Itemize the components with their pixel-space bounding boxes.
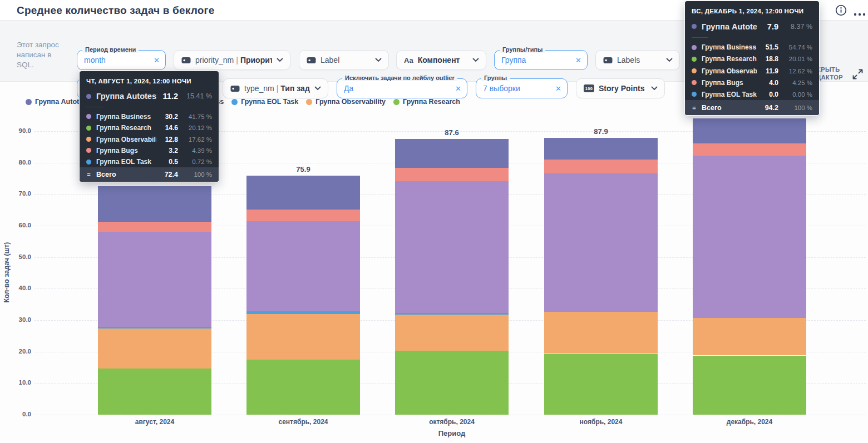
tooltip-total-row: =Всего94.2100 % bbox=[685, 100, 819, 115]
y-tick-label: 50.0 bbox=[0, 253, 31, 260]
priority-select[interactable]: priority_nm|Приоритет bbox=[174, 50, 290, 70]
labels-select[interactable]: Labels bbox=[595, 50, 680, 70]
series-percent: 20.01 % bbox=[783, 56, 812, 62]
bar-segment[interactable] bbox=[246, 360, 360, 415]
series-name: Группа Bugs bbox=[96, 147, 156, 155]
series-dot bbox=[692, 68, 697, 73]
bar-segment[interactable] bbox=[544, 312, 658, 353]
bar-segment[interactable] bbox=[544, 173, 658, 312]
series-value: 4.0 bbox=[762, 79, 778, 87]
tooltip-row: Группа Bugs3.24.39 % bbox=[86, 145, 212, 156]
series-name: Группа Observability bbox=[702, 67, 757, 75]
x-tick-label: октябрь, 2024 bbox=[395, 418, 509, 426]
tooltip-row: Группа Business51.554.74 % bbox=[692, 42, 812, 53]
more-icon[interactable] bbox=[854, 8, 866, 18]
bar-segment[interactable] bbox=[98, 369, 211, 415]
clear-filter-icon[interactable]: ✕ bbox=[575, 56, 581, 64]
bar-segment[interactable] bbox=[98, 327, 211, 328]
tooltip-row: Группа Observability12.817.62 % bbox=[86, 133, 212, 145]
total-label: Всего bbox=[96, 171, 156, 178]
time-period-filter[interactable]: Период времениmonth✕ bbox=[77, 50, 166, 70]
bar-segment[interactable] bbox=[246, 210, 360, 221]
bar-segment[interactable] bbox=[395, 168, 509, 181]
info-icon[interactable] bbox=[835, 4, 847, 18]
x-tick-label: август, 2024 bbox=[98, 418, 211, 426]
time-period-filter-value: month bbox=[84, 56, 149, 64]
tooltip-row: Группа Business30.241.75 % bbox=[86, 111, 212, 122]
chevron-down-icon bbox=[472, 58, 479, 62]
bar-segment[interactable] bbox=[544, 138, 658, 160]
component-select-text: Компонент bbox=[418, 56, 468, 64]
series-percent: 4.25 % bbox=[783, 79, 812, 86]
legend-item[interactable]: Группа Observability bbox=[306, 98, 386, 106]
bar-segment[interactable] bbox=[544, 160, 658, 173]
total-value: 72.4 bbox=[161, 171, 178, 178]
series-value: 51.5 bbox=[762, 43, 778, 51]
exclude-outlier-filter[interactable]: Исключить задачи по лейблу outlierДа✕ bbox=[337, 78, 467, 98]
y-tick-label: 40.0 bbox=[0, 285, 31, 291]
group-type-filter[interactable]: Группы/типыГруппа✕ bbox=[494, 50, 588, 70]
total-percent: 100 % bbox=[783, 104, 812, 111]
clear-filter-icon[interactable]: ✕ bbox=[555, 84, 561, 93]
time-period-filter-label: Период времени bbox=[82, 46, 139, 53]
tooltip-header: ВС, ДЕКАБРЬ 1, 2024, 12:00 НОЧИ bbox=[692, 8, 812, 14]
y-tick-label: 0.0 bbox=[0, 411, 31, 417]
dashboard: Среднее количество задач в беклоге Этот … bbox=[0, 0, 868, 443]
bar-segment[interactable] bbox=[395, 315, 509, 351]
component-select[interactable]: AaКомпонент bbox=[396, 50, 486, 70]
series-percent: 12.62 % bbox=[783, 68, 812, 74]
tooltip-row: Группа Observability11.912.62 % bbox=[692, 65, 812, 77]
series-percent: 15.41 % bbox=[183, 92, 212, 100]
bar-segment[interactable] bbox=[98, 328, 211, 369]
task-type-select-text: type_nm|Тип задачи bbox=[244, 84, 310, 93]
chevron-down-icon bbox=[375, 58, 382, 62]
y-tick-label: 80.0 bbox=[0, 159, 31, 166]
page-title: Среднее количество задач в беклоге bbox=[17, 4, 214, 17]
series-value: 14.6 bbox=[161, 124, 178, 132]
x-tick-label: сентябрь, 2024 bbox=[246, 418, 360, 426]
tooltip-highlight-row: Группа Autotest7.98.37 % bbox=[692, 19, 812, 34]
bar-segment[interactable] bbox=[395, 139, 509, 168]
bar-segment[interactable] bbox=[693, 143, 806, 156]
groups-filter[interactable]: Группы7 выборки✕ bbox=[476, 78, 568, 98]
bar-total-label: 87.6 bbox=[395, 128, 509, 137]
bar-segment[interactable] bbox=[98, 232, 211, 327]
y-tick-label: 70.0 bbox=[0, 190, 31, 197]
series-value: 0.0 bbox=[762, 91, 778, 98]
clear-filter-icon[interactable]: ✕ bbox=[154, 56, 160, 64]
legend-item[interactable]: Группа EOL Task bbox=[231, 98, 298, 106]
equals-icon: = bbox=[86, 171, 91, 178]
field-tag-icon bbox=[307, 57, 316, 64]
clear-filter-icon[interactable]: ✕ bbox=[455, 84, 461, 93]
series-name: Группа Observability bbox=[96, 136, 156, 143]
series-name: Группа EOL Task bbox=[702, 91, 757, 98]
series-dot bbox=[692, 80, 697, 85]
tooltip-row: Группа EOL Task0.50.72 % bbox=[86, 156, 212, 167]
legend-dot bbox=[393, 99, 400, 105]
task-type-select[interactable]: type_nm|Тип задачи bbox=[223, 78, 328, 98]
bar-segment[interactable] bbox=[693, 118, 806, 143]
bar-segment[interactable] bbox=[395, 181, 509, 313]
bar-segment[interactable] bbox=[246, 314, 360, 360]
story-points-select[interactable]: 100Story Points bbox=[576, 78, 665, 98]
legend-item[interactable]: Группа Research bbox=[393, 98, 460, 106]
bar-segment[interactable] bbox=[246, 176, 360, 210]
series-dot bbox=[86, 137, 91, 142]
bar-segment[interactable] bbox=[693, 318, 806, 355]
label-select[interactable]: Label bbox=[299, 50, 389, 70]
total-percent: 100 % bbox=[183, 171, 212, 178]
bar-segment[interactable] bbox=[98, 186, 211, 222]
bar-segment[interactable] bbox=[693, 356, 806, 415]
bar-segment[interactable] bbox=[246, 311, 360, 315]
series-percent: 4.39 % bbox=[183, 147, 212, 154]
bar-segment[interactable] bbox=[98, 222, 211, 232]
bar-segment[interactable] bbox=[544, 354, 658, 415]
bar-segment[interactable] bbox=[246, 221, 360, 311]
bar-segment[interactable] bbox=[395, 313, 509, 315]
bar-segment[interactable] bbox=[693, 156, 806, 318]
tooltip-december: ВС, ДЕКАБРЬ 1, 2024, 12:00 НОЧИГруппа Au… bbox=[685, 1, 819, 115]
series-name: Группа Bugs bbox=[702, 79, 757, 87]
series-dot bbox=[86, 114, 91, 119]
bar-segment[interactable] bbox=[395, 351, 509, 415]
expand-icon[interactable] bbox=[852, 68, 864, 82]
